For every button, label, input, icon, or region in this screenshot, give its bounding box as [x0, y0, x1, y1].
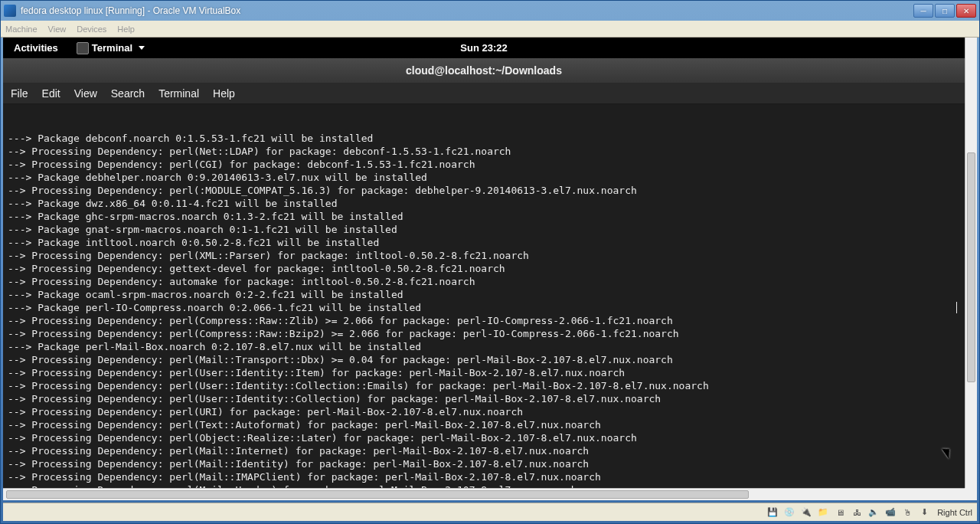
terminal-line: ---> Package ocaml-srpm-macros.noarch 0:… [8, 288, 960, 301]
mouse-integration-icon[interactable]: 🖱 [901, 506, 913, 519]
maximize-button[interactable]: □ [935, 4, 955, 18]
window-titlebar[interactable]: fedora desktop linux [Running] - Oracle … [1, 1, 979, 21]
terminal-menu-search[interactable]: Search [111, 87, 145, 100]
gnome-top-bar: Activities Terminal Sun 23:22 [3, 38, 965, 58]
usb-icon[interactable]: 🔌 [800, 506, 812, 519]
terminal-line: --> Processing Dependency: perl(URI) for… [8, 405, 960, 418]
terminal-line: ---> Package debhelper.noarch 0:9.201406… [8, 171, 960, 184]
scrollbar-thumb[interactable] [967, 152, 975, 382]
current-app-menu[interactable]: Terminal [69, 42, 152, 54]
horizontal-scrollbar[interactable] [3, 488, 965, 500]
terminal-line: --> Processing Dependency: perl(User::Id… [8, 379, 960, 392]
host-key-indicator-icon[interactable]: ⬇ [918, 506, 930, 519]
terminal-icon [77, 42, 89, 54]
terminal-line: ---> Package gnat-srpm-macros.noarch 0:1… [8, 223, 960, 236]
host-key-label: Right Ctrl [937, 508, 972, 517]
window-title: fedora desktop linux [Running] - Oracle … [21, 5, 913, 16]
network-icon[interactable]: 🖧 [851, 506, 863, 519]
scrollbar-corner [965, 488, 977, 500]
terminal-line: --> Processing Dependency: gettext-devel… [8, 262, 960, 275]
virtualbox-menu-bar: Machine View Devices Help [1, 21, 979, 38]
terminal-line: --> Processing Dependency: perl(Compress… [8, 327, 960, 340]
display-icon[interactable]: 🖥 [834, 506, 846, 519]
terminal-line: --> Processing Dependency: perl(Text::Au… [8, 418, 960, 431]
shared-folders-icon[interactable]: 📁 [817, 506, 829, 519]
minimize-button[interactable]: ─ [913, 4, 933, 18]
terminal-line: --> Processing Dependency: perl(User::Id… [8, 392, 960, 405]
terminal-line: --> Processing Dependency: perl(Object::… [8, 431, 960, 444]
current-app-label: Terminal [92, 42, 132, 54]
optical-drive-icon[interactable]: 💿 [783, 506, 795, 519]
clock[interactable]: Sun 23:22 [460, 42, 507, 54]
terminal-menu-view[interactable]: View [74, 87, 97, 100]
vbox-menu-view[interactable]: View [48, 25, 67, 34]
terminal-line: ---> Package ghc-srpm-macros.noarch 0:1.… [8, 210, 960, 223]
terminal-menu-edit[interactable]: Edit [42, 87, 60, 100]
text-cursor-icon [956, 302, 957, 313]
terminal-title: cloud@localhost:~/Downloads [406, 64, 562, 77]
vbox-menu-devices[interactable]: Devices [77, 25, 106, 34]
activities-button[interactable]: Activities [3, 38, 69, 58]
terminal-menu-help[interactable]: Help [213, 87, 235, 100]
terminal-line: ---> Package perl-IO-Compress.noarch 0:2… [8, 301, 960, 314]
terminal-line: ---> Package perl-Mail-Box.noarch 0:2.10… [8, 340, 960, 353]
app-icon [4, 5, 16, 17]
virtualbox-status-bar: 💾 💿 🔌 📁 🖥 🖧 🔈 📹 🖱 ⬇ Right Ctrl [3, 503, 977, 521]
vertical-scrollbar[interactable] [965, 38, 977, 488]
vbox-menu-help[interactable]: Help [117, 25, 135, 34]
vbox-menu-machine[interactable]: Machine [5, 25, 38, 34]
virtualbox-window: fedora desktop linux [Running] - Oracle … [0, 0, 980, 524]
terminal-line: --> Processing Dependency: perl(Mail::IM… [8, 470, 960, 483]
scrollbar-thumb[interactable] [6, 490, 749, 499]
terminal-menu-terminal[interactable]: Terminal [158, 87, 199, 100]
vm-display-area: Activities Terminal Sun 23:22 cloud@loca… [3, 38, 977, 500]
audio-icon[interactable]: 🔈 [867, 506, 880, 519]
terminal-line: --> Processing Dependency: perl(Mail::Id… [8, 457, 960, 470]
hard-disk-icon[interactable]: 💾 [766, 506, 779, 519]
terminal-menu-bar: File Edit View Search Terminal Help [3, 83, 965, 104]
terminal-line: --> Processing Dependency: automake for … [8, 275, 960, 288]
terminal-line: --> Processing Dependency: perl(User::Id… [8, 366, 960, 379]
terminal-line: ---> Package intltool.noarch 0:0.50.2-8.… [8, 236, 960, 249]
terminal-line: --> Processing Dependency: perl(Net::LDA… [8, 145, 960, 158]
close-button[interactable]: ✕ [956, 4, 976, 18]
chevron-down-icon [139, 46, 145, 50]
terminal-line: --> Processing Dependency: perl(Compress… [8, 314, 960, 327]
terminal-output[interactable]: ---> Package debconf.noarch 0:1.5.53-1.f… [3, 104, 965, 488]
terminal-titlebar[interactable]: cloud@localhost:~/Downloads [3, 58, 965, 83]
terminal-line: --> Processing Dependency: perl(CGI) for… [8, 158, 960, 171]
terminal-line: --> Processing Dependency: perl(Mail::In… [8, 444, 960, 457]
terminal-line: ---> Package debconf.noarch 0:1.5.53-1.f… [8, 132, 960, 145]
terminal-line: ---> Package dwz.x86_64 0:0.11-4.fc21 wi… [8, 197, 960, 210]
terminal-line: --> Processing Dependency: perl(XML::Par… [8, 249, 960, 262]
terminal-menu-file[interactable]: File [11, 87, 28, 100]
video-capture-icon[interactable]: 📹 [884, 506, 897, 519]
terminal-line: --> Processing Dependency: perl(Mail::Tr… [8, 353, 960, 366]
terminal-line: --> Processing Dependency: perl(:MODULE_… [8, 184, 960, 197]
